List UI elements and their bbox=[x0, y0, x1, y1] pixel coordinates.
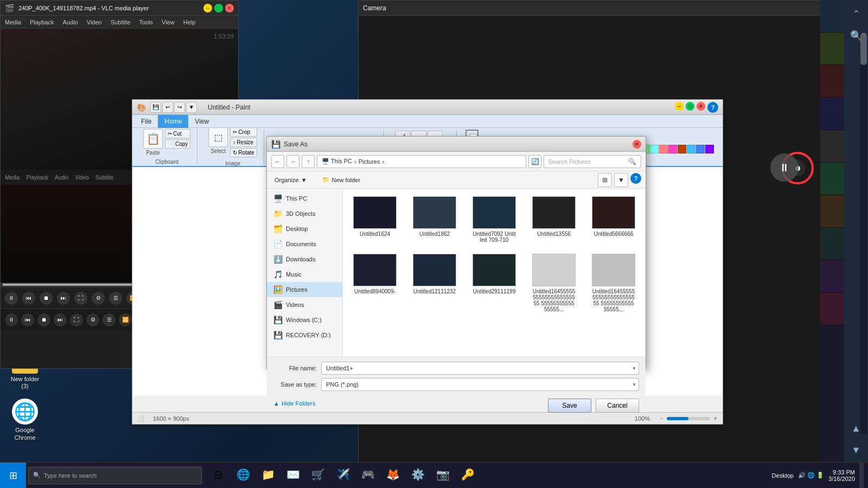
new-folder-btn[interactable]: 📁 New folder bbox=[319, 175, 364, 184]
paint-close-btn[interactable]: ✕ bbox=[697, 102, 705, 111]
copy-btn[interactable]: 📄 Copy bbox=[165, 139, 190, 149]
resize-btn[interactable]: ↕ Resize bbox=[230, 138, 257, 147]
swatch-brown[interactable] bbox=[678, 145, 686, 153]
sidebar-music[interactable]: 🎵 Music bbox=[267, 267, 342, 282]
saveas-refresh-btn[interactable]: 🔄 bbox=[528, 155, 541, 168]
saveas-forward-btn[interactable]: → bbox=[286, 155, 299, 168]
swatch-sky-blue[interactable] bbox=[687, 145, 695, 153]
paint-minimize-btn[interactable]: ─ bbox=[675, 102, 684, 111]
sidebar-recovery-d[interactable]: 💾 RECOVERY (D:) bbox=[267, 328, 342, 343]
desktop-icon-chrome[interactable]: 🌐 Google Chrome bbox=[4, 396, 46, 443]
zoom-slider-track[interactable] bbox=[667, 417, 710, 420]
paint-menu-file[interactable]: File bbox=[135, 115, 158, 128]
saveas-help-btn[interactable]: ? bbox=[630, 173, 641, 184]
vlc-pl-btn-2[interactable]: ☰ bbox=[103, 313, 116, 326]
file-Untitled16455555-a[interactable]: Untitled16455555 5555555555555555 555555… bbox=[526, 251, 582, 316]
vlc-pause-btn[interactable]: ⏸ bbox=[5, 292, 18, 305]
file-Untitled16455555-b[interactable]: Untitled16455555 5555555555555555 555555… bbox=[586, 251, 641, 316]
vlc-menu-subtitle[interactable]: Subtitle bbox=[111, 19, 131, 25]
taskbar-task-view[interactable]: ⊟ bbox=[206, 463, 230, 489]
taskbar-search[interactable]: 🔍 Type here to search bbox=[28, 467, 202, 484]
filename-input[interactable]: Untitled1+ bbox=[321, 362, 639, 375]
thumb-4[interactable] bbox=[820, 98, 844, 130]
scroll-thumb[interactable] bbox=[860, 33, 867, 65]
sidebar-videos[interactable]: 🎬 Videos bbox=[267, 297, 342, 312]
vlc-next-btn-2[interactable]: ⏭ bbox=[54, 313, 67, 326]
vlc-mini-menu-playback[interactable]: Playback bbox=[26, 175, 48, 181]
sidebar-pictures[interactable]: 🖼️ Pictures bbox=[267, 282, 342, 297]
save-button[interactable]: Save bbox=[548, 399, 591, 413]
saveas-path-this-pc[interactable]: 🖥️ This PC bbox=[322, 158, 352, 165]
vlc-playlist-btn[interactable]: ☰ bbox=[109, 292, 122, 305]
paint-undo-btn[interactable]: ↩ bbox=[162, 102, 173, 113]
view-grid-btn[interactable]: ⊞ bbox=[598, 173, 612, 187]
file-Untitled7092[interactable]: Untitled7092 Untitled 709-710 bbox=[467, 193, 522, 246]
vlc-fullscreen-btn[interactable]: ⛶ bbox=[74, 292, 87, 305]
taskbar-xbox[interactable]: 🎮 bbox=[356, 463, 380, 489]
cut-btn[interactable]: ✂ Cut bbox=[165, 129, 190, 138]
vlc-pause-btn-2[interactable]: ⏸ bbox=[5, 313, 18, 326]
file-Untitled12111232[interactable]: Untitled12111232 bbox=[407, 251, 462, 316]
view-dropdown-btn[interactable]: ▼ bbox=[614, 173, 628, 187]
right-panel-btn-1[interactable]: ⌃ bbox=[846, 4, 866, 24]
paste-btn[interactable]: 📋 bbox=[143, 129, 163, 149]
vlc-menu-media[interactable]: Media bbox=[5, 19, 21, 25]
vlc-mini-menu-media[interactable]: Media bbox=[5, 175, 20, 181]
paint-save-btn[interactable]: 💾 bbox=[150, 102, 161, 113]
zoom-out-btn[interactable]: － bbox=[659, 414, 665, 422]
vlc-close-btn[interactable]: ✕ bbox=[225, 4, 234, 12]
taskbar-lastpass[interactable]: 🔑 bbox=[456, 463, 480, 489]
hide-folders-btn[interactable]: ▲ Hide Folders bbox=[273, 400, 315, 407]
taskbar-firefox[interactable]: 🦊 bbox=[381, 463, 405, 489]
vlc-menu-view[interactable]: View bbox=[162, 19, 175, 25]
taskbar-store[interactable]: 🛒 bbox=[306, 463, 330, 489]
paint-menu-home[interactable]: Home bbox=[158, 115, 188, 128]
file-Untitled5666666[interactable]: Untitled5666666 bbox=[586, 193, 641, 246]
taskbar-edge[interactable]: 🌐 bbox=[231, 463, 255, 489]
paint-menu-view[interactable]: View bbox=[188, 115, 215, 128]
file-Untitled29111199[interactable]: Untitled29111199 bbox=[467, 251, 522, 316]
vlc-mini-menu-subtitle[interactable]: Subtitle bbox=[95, 175, 113, 181]
swatch-cornflower[interactable] bbox=[696, 145, 705, 153]
camera-pause-btn[interactable]: ⏸ bbox=[770, 153, 799, 182]
vlc-prev-btn-2[interactable]: ⏮ bbox=[21, 313, 34, 326]
vlc-prev-btn[interactable]: ⏮ bbox=[22, 292, 35, 305]
savetype-dropdown[interactable]: PNG (*.png) bbox=[321, 378, 639, 391]
vlc-next-btn[interactable]: ⏭ bbox=[57, 292, 70, 305]
swatch-light-cyan[interactable] bbox=[650, 145, 659, 153]
select-btn[interactable]: ⬚ bbox=[208, 127, 228, 147]
saveas-back-btn[interactable]: ← bbox=[271, 155, 284, 168]
swatch-violet[interactable] bbox=[705, 145, 714, 153]
sidebar-this-pc[interactable]: 🖥️ This PC bbox=[267, 191, 342, 206]
thumb-9[interactable] bbox=[820, 260, 844, 293]
sidebar-windows-c[interactable]: 💾 Windows (C:) bbox=[267, 312, 342, 328]
vlc-mini-menu-audio[interactable]: Audio bbox=[55, 175, 69, 181]
thumb-10[interactable] bbox=[820, 293, 844, 325]
vlc-minimize-btn[interactable]: ─ bbox=[203, 4, 212, 12]
file-Untitled8940009[interactable]: Untitled8940009- bbox=[347, 251, 403, 316]
paint-help-btn[interactable]: ? bbox=[707, 102, 718, 113]
swatch-hot-pink[interactable] bbox=[668, 145, 677, 153]
thumb-2[interactable] bbox=[820, 33, 844, 65]
vlc-menu-audio[interactable]: Audio bbox=[63, 19, 78, 25]
thumb-8[interactable] bbox=[820, 228, 844, 260]
vlc-menu-help[interactable]: Help bbox=[183, 19, 196, 25]
organize-btn[interactable]: Organize ▼ bbox=[271, 176, 310, 184]
taskbar-camera[interactable]: 📷 bbox=[431, 463, 455, 489]
file-Untitled1862[interactable]: Untitled1862 bbox=[407, 193, 462, 246]
saveas-path-pictures[interactable]: Pictures bbox=[359, 158, 380, 165]
vlc-stop-btn[interactable]: ⏹ bbox=[40, 292, 53, 305]
thumb-7[interactable] bbox=[820, 195, 844, 228]
file-Untitled1624[interactable]: Untitled1624 bbox=[347, 193, 403, 246]
show-desktop-btn[interactable] bbox=[859, 463, 864, 489]
file-Untitled13556[interactable]: Untitled13556 bbox=[526, 193, 582, 246]
right-scrollbar[interactable] bbox=[860, 33, 867, 434]
thumb-5[interactable] bbox=[820, 130, 844, 163]
sidebar-downloads[interactable]: ⬇️ Downloads bbox=[267, 252, 342, 267]
vlc-maximize-btn[interactable]: □ bbox=[214, 4, 223, 12]
thumb-6[interactable] bbox=[820, 163, 844, 195]
vlc-mini-menu-video[interactable]: Video bbox=[75, 175, 88, 181]
vlc-ext-btn-2[interactable]: ⚙ bbox=[86, 313, 99, 326]
vlc-menu-tools[interactable]: Tools bbox=[139, 19, 153, 25]
paint-maximize-btn[interactable]: □ bbox=[686, 102, 694, 111]
